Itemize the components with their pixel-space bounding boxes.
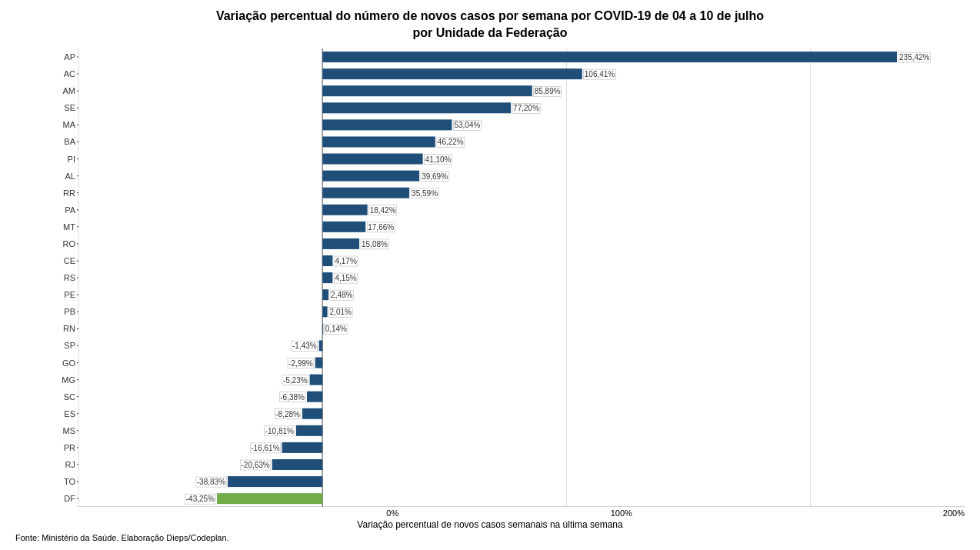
svg-text:ES: ES [64,409,75,418]
svg-text:AP: AP [64,52,75,62]
svg-rect-76 [322,289,328,300]
svg-text:MS: MS [63,426,76,435]
svg-text:17,66%: 17,66% [368,223,394,232]
svg-rect-86 [322,323,323,334]
svg-rect-36 [322,153,422,164]
svg-text:RS: RS [64,273,75,282]
svg-text:RN: RN [63,324,75,333]
source-text: Fonte: Ministério da Saúde. Elaboração D… [15,533,965,542]
svg-text:AC: AC [64,69,75,78]
svg-rect-121 [282,442,323,453]
svg-rect-116 [296,425,322,436]
svg-text:MG: MG [62,375,75,384]
svg-text:PI: PI [68,154,75,163]
svg-text:-10,81%: -10,81% [265,427,294,435]
chart-title: Variação percentual do número de novos c… [15,8,965,42]
svg-rect-126 [272,459,322,470]
svg-text:46,22%: 46,22% [438,138,464,146]
svg-text:-16,61%: -16,61% [251,444,279,452]
svg-text:BA: BA [64,137,75,146]
svg-text:-1,43%: -1,43% [292,342,317,350]
svg-text:-8,28%: -8,28% [275,410,300,418]
svg-rect-46 [322,187,409,198]
svg-text:2,01%: 2,01% [330,308,352,316]
svg-rect-41 [322,170,419,181]
svg-text:41,10%: 41,10% [425,155,452,163]
svg-text:SE: SE [64,103,75,112]
x-label-0: 0% [278,508,508,518]
svg-text:RJ: RJ [65,460,75,469]
svg-rect-66 [322,255,332,266]
svg-text:GO: GO [62,358,76,367]
svg-text:PR: PR [64,443,75,452]
svg-text:2,48%: 2,48% [331,291,352,299]
svg-text:SC: SC [64,392,75,401]
svg-text:AL: AL [65,171,75,180]
svg-text:0,14%: 0,14% [325,325,347,333]
svg-text:PA: PA [65,205,76,215]
svg-rect-6 [322,52,897,62]
svg-text:18,42%: 18,42% [370,206,396,215]
svg-rect-106 [307,391,322,402]
svg-text:PE: PE [64,290,75,299]
svg-text:SP: SP [64,341,75,350]
svg-text:235,42%: 235,42% [899,53,930,62]
chart-container: Variação percentual do número de novos c… [0,0,980,550]
svg-text:-38,83%: -38,83% [197,478,225,486]
svg-text:MT: MT [63,222,75,232]
svg-text:15,08%: 15,08% [362,240,388,248]
chart-svg: AP235,42%AC106,41%AM85,89%SE77,20%MA53,0… [49,48,965,507]
svg-rect-21 [322,102,511,113]
svg-rect-81 [322,306,327,317]
svg-text:-2,99%: -2,99% [288,358,313,367]
svg-rect-26 [322,119,452,130]
svg-text:85,89%: 85,89% [535,87,561,95]
svg-text:4,17%: 4,17% [335,257,356,265]
svg-text:RO: RO [63,239,76,248]
svg-rect-71 [322,272,332,283]
svg-rect-131 [228,476,322,487]
svg-rect-16 [322,85,532,96]
bars-area: AP235,42%AC106,41%AM85,89%SE77,20%MA53,0… [49,48,965,507]
svg-text:53,04%: 53,04% [454,121,480,129]
svg-rect-111 [302,408,322,419]
x-label-200: 200% [736,508,965,518]
x-axis-title: Variação percentual de novos casos seman… [15,519,965,530]
svg-text:4,15%: 4,15% [335,274,356,282]
svg-text:CE: CE [64,256,75,265]
svg-rect-101 [310,374,323,385]
svg-rect-96 [315,357,322,368]
svg-rect-56 [322,222,365,232]
svg-text:-6,38%: -6,38% [280,392,305,401]
svg-text:MA: MA [63,120,76,129]
svg-text:TO: TO [64,477,76,486]
svg-text:106,41%: 106,41% [585,70,615,78]
svg-text:DF: DF [64,494,75,503]
svg-text:-43,25%: -43,25% [186,495,215,503]
svg-text:77,20%: 77,20% [513,104,539,112]
svg-rect-136 [217,493,322,504]
x-label-100: 100% [507,508,736,518]
svg-text:35,59%: 35,59% [412,188,438,197]
svg-text:39,69%: 39,69% [422,172,448,180]
svg-rect-61 [322,238,359,249]
x-label-neg100 [49,508,278,518]
svg-rect-31 [322,136,435,147]
y-axis-labels [15,48,49,507]
svg-text:-20,63%: -20,63% [242,461,270,469]
x-axis-row: 0% 100% 200% [49,508,965,518]
svg-text:AM: AM [63,86,76,95]
svg-text:PB: PB [64,307,75,316]
svg-text:-5,23%: -5,23% [283,375,308,384]
svg-rect-51 [322,205,367,215]
svg-rect-11 [322,68,582,79]
svg-text:RR: RR [63,188,75,197]
svg-rect-91 [319,340,323,351]
